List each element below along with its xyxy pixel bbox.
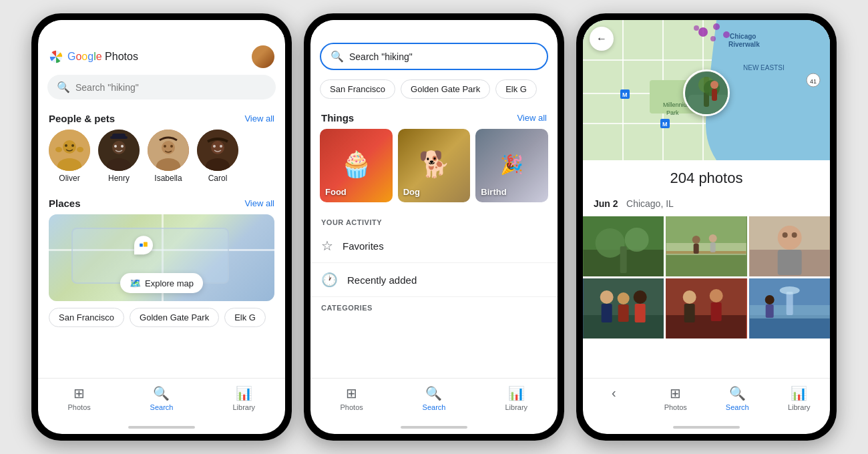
svg-point-10 — [114, 145, 117, 148]
avatar-isabella — [148, 130, 189, 171]
svg-point-45 — [713, 23, 720, 30]
person-carol[interactable]: Carol — [197, 130, 238, 183]
svg-text:41: 41 — [810, 78, 817, 85]
search-chips: San Francisco Golden Gate Park Elk G — [310, 77, 558, 105]
svg-point-81 — [618, 292, 630, 304]
places-title: Places — [49, 198, 81, 209]
bday-label: Birthd — [481, 187, 506, 197]
person-henry[interactable]: Henry — [98, 130, 140, 183]
person-isabella[interactable]: Isabella — [148, 130, 189, 183]
map-pin-icon — [139, 241, 148, 250]
svg-point-47 — [710, 36, 716, 41]
svg-rect-94 — [786, 292, 793, 315]
library-nav-icon-2: 📊 — [508, 385, 525, 401]
search-input-2[interactable] — [349, 51, 537, 62]
things-grid: 🧁 Food 🐕 Dog 🎉 Birthd — [310, 129, 558, 212]
nav-photos-3[interactable]: ⊞ Photos — [645, 385, 707, 411]
svg-text:M: M — [622, 91, 628, 98]
thing-birthday[interactable]: 🎉 Birthd — [475, 129, 548, 202]
svg-point-56 — [710, 81, 718, 89]
things-title: Things — [321, 112, 354, 124]
bottom-nav-3: ‹ ⊞ Photos 🔍 Search 📊 Library — [583, 378, 830, 421]
nav-photos-2[interactable]: ⊞ Photos — [310, 385, 393, 411]
svg-text:Chicago: Chicago — [730, 33, 756, 40]
search-input-1[interactable] — [75, 82, 266, 93]
search-bar-2[interactable]: 🔍 — [320, 43, 548, 70]
svg-point-20 — [211, 141, 224, 154]
svg-text:Riverwalk: Riverwalk — [728, 41, 760, 48]
nav-search-1[interactable]: 🔍 Search — [120, 385, 202, 411]
photo-1-svg — [583, 216, 664, 276]
chip-ggp-2[interactable]: Golden Gate Park — [401, 79, 490, 99]
photo-cell-6[interactable] — [749, 278, 830, 338]
nav-search-3[interactable]: 🔍 Search — [706, 385, 769, 411]
place-chips-row: San Francisco Golden Gate Park Elk G — [38, 301, 285, 332]
svg-rect-92 — [749, 315, 829, 338]
back-icon: ← — [596, 33, 607, 45]
explore-map-label: Explore map — [145, 278, 194, 288]
photo-cell-4[interactable] — [583, 278, 664, 338]
home-indicator-1 — [38, 421, 285, 434]
nav-library-1[interactable]: 📊 Library — [203, 385, 285, 411]
photo-cell-2[interactable] — [666, 216, 746, 276]
nav-photos-1[interactable]: ⊞ Photos — [38, 385, 120, 411]
places-map[interactable]: 🗺️ Explore map — [49, 214, 274, 301]
recently-added-item[interactable]: 🕐 Recently added — [310, 263, 558, 297]
name-oliver: Oliver — [59, 174, 79, 183]
screen-2: 🔍 San Francisco Golden Gate Park Elk G T… — [310, 20, 558, 434]
explore-map-button[interactable]: 🗺️ Explore map — [120, 273, 203, 293]
chip-elk[interactable]: Elk G — [224, 308, 266, 327]
person-oliver[interactable]: Oliver — [49, 130, 90, 183]
chip-sf-2[interactable]: San Francisco — [320, 79, 395, 99]
photo-cell-5[interactable] — [666, 278, 746, 338]
svg-point-4 — [71, 144, 74, 147]
back-button[interactable]: ← — [590, 27, 614, 51]
home-indicator-3 — [583, 421, 830, 434]
svg-point-23 — [220, 145, 222, 148]
user-avatar[interactable] — [252, 45, 274, 68]
svg-rect-86 — [666, 315, 746, 338]
oliver-face — [49, 130, 90, 171]
search-nav-icon-2: 🔍 — [425, 385, 442, 401]
svg-point-22 — [213, 145, 216, 148]
logo-text: Google Photos — [67, 51, 138, 63]
svg-point-73 — [777, 226, 801, 250]
svg-point-48 — [694, 25, 699, 31]
nav-prev-3[interactable]: ‹ — [583, 385, 645, 411]
screen-1: Google Photos 🔍 People & pets View all — [38, 20, 285, 434]
favorites-label: Favorites — [343, 240, 384, 252]
nav-library-3[interactable]: 📊 Library — [769, 385, 831, 411]
chip-sf[interactable]: San Francisco — [49, 308, 124, 327]
library-nav-label-3: Library — [788, 403, 811, 411]
people-title: People & pets — [49, 113, 115, 124]
home-bar-2 — [401, 426, 467, 429]
location-label: Jun 2 Chicago, IL — [583, 192, 830, 216]
food-icon: 🧁 — [341, 150, 372, 179]
photo-3-svg — [749, 216, 830, 276]
photos-nav-icon-1: ⊞ — [73, 385, 85, 401]
places-view-all[interactable]: View all — [244, 198, 274, 208]
search-bar-1[interactable]: 🔍 — [47, 75, 276, 99]
things-section-header: Things View all — [310, 105, 558, 129]
home-bar-1 — [128, 426, 195, 429]
favorites-item[interactable]: ☆ Favorites — [310, 229, 558, 263]
chip-elk-2[interactable]: Elk G — [495, 79, 537, 99]
people-view-all[interactable]: View all — [244, 114, 274, 124]
nav-library-2[interactable]: 📊 Library — [475, 385, 558, 411]
svg-rect-68 — [694, 244, 699, 254]
thing-dog[interactable]: 🐕 Dog — [398, 129, 471, 202]
svg-point-69 — [709, 234, 717, 242]
library-nav-icon-3: 📊 — [791, 385, 807, 401]
photos-nav-label-1: Photos — [68, 403, 91, 411]
chip-ggp[interactable]: Golden Gate Park — [130, 308, 219, 327]
phone-3: Chicago Riverwalk NEW EASTSI Millennium … — [576, 13, 837, 441]
things-view-all[interactable]: View all — [517, 113, 547, 123]
thing-food[interactable]: 🧁 Food — [320, 129, 393, 202]
photo-cell-3[interactable] — [749, 216, 830, 276]
photo-cell-1[interactable] — [583, 216, 664, 276]
screen-3: Chicago Riverwalk NEW EASTSI Millennium … — [583, 20, 830, 434]
photos-nav-label-3: Photos — [664, 403, 687, 411]
photo-5-svg — [666, 278, 746, 338]
nav-search-2[interactable]: 🔍 Search — [393, 385, 475, 411]
carol-face — [197, 130, 238, 171]
